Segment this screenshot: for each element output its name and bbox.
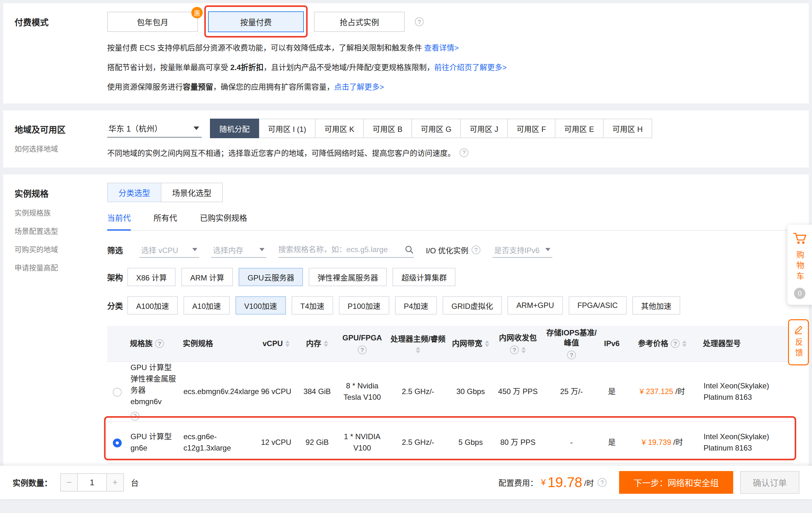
next-step-button[interactable]: 下一步：网络和安全组	[619, 471, 733, 494]
zone-k[interactable]: 可用区 K	[315, 118, 364, 138]
cart-widget[interactable]: 购物车 0	[787, 225, 812, 305]
arch-x86[interactable]: X86 计算	[127, 268, 176, 286]
dropdown-arrow-icon	[259, 248, 264, 251]
freq-cell: 2.5 GHz/-	[387, 361, 449, 422]
quantity-decrease-button[interactable]: −	[60, 473, 78, 491]
payment-option-pay-as-you-go[interactable]: 按量付费	[208, 11, 304, 32]
io-optimized-label: I/O 优化实例	[426, 244, 468, 255]
region-selector[interactable]: 华东 1（杭州）	[107, 119, 202, 138]
col-header-spec: 实例规格	[180, 326, 255, 361]
zone-j[interactable]: 可用区 J	[460, 118, 508, 138]
row-radio-selected[interactable]	[113, 438, 122, 448]
tab-scenario-selection[interactable]: 场景化选型	[161, 183, 223, 202]
zone-g[interactable]: 可用区 G	[411, 118, 461, 138]
subtab-purchased-specs[interactable]: 已购实例规格	[200, 212, 247, 231]
help-icon[interactable]: ?	[460, 148, 468, 157]
io-optimized-option[interactable]: I/O 优化实例 ?	[426, 244, 481, 255]
zone-f[interactable]: 可用区 F	[507, 118, 555, 138]
desc-text: 搭配节省计划，按量账单最高可享受	[107, 63, 230, 72]
search-icon[interactable]	[404, 245, 414, 254]
sort-icon[interactable]	[682, 341, 687, 347]
sidebar-item-scenario-config[interactable]: 场景配置选型	[14, 225, 107, 236]
confirm-order-button[interactable]: 确认订单	[740, 471, 800, 494]
category-row: 分类 A100加速 A10加速 V100加速 T4加速 P100加速 P4加速 …	[107, 296, 798, 315]
col-header-radio	[107, 326, 127, 361]
col-header-memory: 内存	[297, 326, 337, 361]
col-header-gpu: GPU/FPGA?	[337, 326, 387, 361]
ipv6-select[interactable]: 是否支持IPv6	[492, 242, 552, 258]
view-details-link[interactable]: 查看详情>	[424, 44, 459, 52]
capacity-reservation-link[interactable]: 点击了解更多>	[334, 83, 384, 91]
payment-desc-line2: 搭配节省计划，按量账单最高可享受 2.4折折扣，且计划内产品不受地域/升降配/变…	[107, 60, 798, 75]
zone-e[interactable]: 可用区 E	[555, 118, 604, 138]
help-icon[interactable]: ?	[415, 17, 424, 26]
sidebar-item-spec-family[interactable]: 实例规格族	[14, 207, 107, 218]
sort-icon[interactable]	[324, 341, 328, 347]
cat-t4[interactable]: T4加速	[292, 296, 333, 315]
zone-h[interactable]: 可用区 H	[603, 118, 652, 138]
subtab-all-generations[interactable]: 所有代	[153, 212, 177, 231]
region-note-text: 不同地域的实例之间内网互不相通；选择靠近您客户的地域，可降低网络时延、提高您客户…	[107, 147, 455, 158]
dropdown-arrow-icon	[192, 248, 197, 251]
help-icon[interactable]: ?	[471, 245, 481, 254]
arch-bare-metal[interactable]: 弹性裸金属服务器	[309, 268, 387, 286]
sort-icon[interactable]	[521, 347, 526, 353]
sidebar-item-purchasable-regions[interactable]: 可购买的地域	[14, 244, 107, 254]
cat-arm-gpu[interactable]: ARM+GPU	[508, 296, 563, 315]
sidebar-item-apply-quota[interactable]: 申请按量高配	[14, 262, 107, 273]
sort-icon[interactable]	[416, 347, 420, 353]
arch-super-computing[interactable]: 超级计算集群	[393, 268, 456, 286]
cat-grid[interactable]: GRID虚拟化	[442, 296, 502, 315]
payment-mode-section: 付费模式 包年包月 惠 按量付费 抢占式实例 ? 按量付费 ECS 支持停机后部…	[3, 3, 809, 104]
ipv6-placeholder: 是否支持IPv6	[494, 244, 540, 255]
zone-random[interactable]: 随机分配	[210, 118, 259, 138]
sort-icon[interactable]	[285, 341, 290, 347]
feedback-widget[interactable]: 反馈	[788, 319, 809, 366]
memory-select[interactable]: 选择内存	[211, 242, 266, 258]
cat-other[interactable]: 其他加速	[632, 296, 680, 315]
cat-a10[interactable]: A10加速	[183, 296, 230, 315]
cart-count-badge: 0	[794, 288, 805, 299]
sort-icon[interactable]	[485, 341, 489, 347]
desc-text: ，且计划内产品不受地域/升降配/变更规格族限制，	[263, 63, 434, 72]
help-icon[interactable]: ?	[598, 478, 607, 487]
cat-fpga-asic[interactable]: FPGA/ASIC	[569, 296, 627, 315]
help-icon[interactable]: ?	[155, 339, 164, 348]
arch-arm[interactable]: ARM 计算	[181, 268, 233, 286]
tab-category-selection[interactable]: 分类选型	[107, 183, 162, 202]
cat-a100[interactable]: A100加速	[127, 296, 178, 315]
spec-search-input[interactable]	[278, 245, 402, 254]
payment-label-column: 付费模式	[3, 11, 107, 94]
footer: 实例数量： − 1 + 台 配置费用： ¥ 19.78 /时 ? 下一步：网络和…	[0, 466, 812, 513]
zone-i[interactable]: 可用区 I (1)	[259, 118, 316, 138]
gpu-cell: 8 * Nvidia Tesla V100	[337, 361, 387, 422]
savings-plan-link[interactable]: 前往介绍页了解更多>	[434, 63, 506, 72]
help-icon[interactable]: ?	[671, 339, 679, 348]
cat-v100[interactable]: V100加速	[235, 296, 286, 315]
quantity-value[interactable]: 1	[77, 473, 107, 491]
help-icon[interactable]: ?	[567, 351, 576, 359]
arch-gpu-server[interactable]: GPU云服务器	[239, 268, 303, 286]
help-icon[interactable]: ?	[130, 412, 139, 421]
how-to-choose-region-link[interactable]: 如何选择地域	[14, 143, 107, 154]
col-header-label: 处理器型号	[703, 339, 741, 349]
zone-b[interactable]: 可用区 B	[363, 118, 412, 138]
quantity-increase-button[interactable]: +	[106, 473, 124, 491]
cat-p4[interactable]: P4加速	[395, 296, 437, 315]
family-cell: GPU 计算型 gn6e	[127, 422, 180, 463]
vcpu-cell: 96 vCPU	[255, 361, 297, 422]
cat-p100[interactable]: P100加速	[339, 296, 389, 315]
spec-table-row-gn6e-selected[interactable]: GPU 计算型 gn6e ecs.gn6e-c12g1.3xlarge 12 v…	[107, 422, 793, 463]
spec-table-header-row: 规格族? 实例规格 vCPU 内存 GPU/FPGA? 处理器主频/睿频 内网带…	[107, 326, 793, 361]
subtab-current-generation[interactable]: 当前代	[107, 212, 131, 231]
help-icon[interactable]: ?	[358, 346, 367, 354]
region-section-title: 地域及可用区	[14, 123, 107, 135]
spec-table-row-ebmgn6v[interactable]: GPU 计算型弹性裸金属服务器 ebmgn6v? ecs.ebmgn6v.24x…	[107, 361, 793, 422]
memory-placeholder: 选择内存	[213, 244, 243, 255]
vcpu-select[interactable]: 选择 vCPU	[139, 242, 199, 258]
help-icon[interactable]: ?	[510, 346, 519, 354]
payment-option-spot[interactable]: 抢占式实例	[314, 12, 405, 32]
col-header-label: 内网收发包	[499, 333, 537, 343]
row-radio-unselected[interactable]	[113, 388, 122, 397]
payment-option-subscription[interactable]: 包年包月	[107, 12, 198, 32]
